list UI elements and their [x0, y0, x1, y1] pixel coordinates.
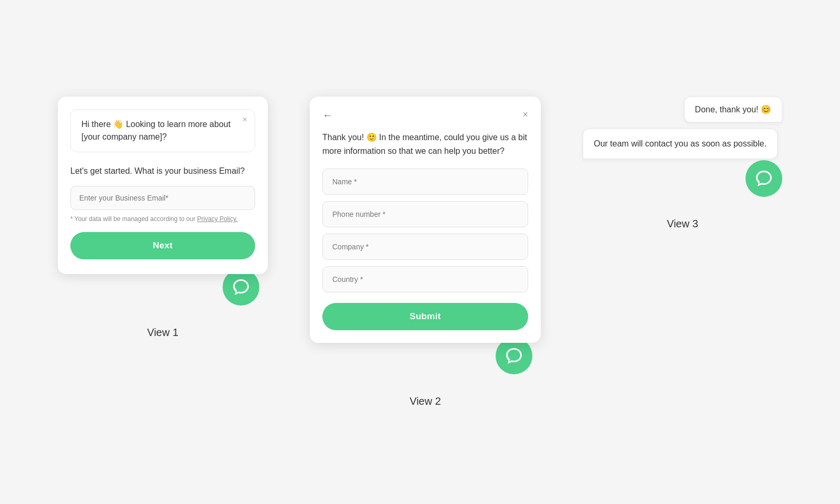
view2-wrapper: ← × Thank you! 🙂 In the meantime, could …: [310, 97, 541, 407]
next-button[interactable]: Next: [70, 232, 255, 259]
chat-icon-2: [505, 346, 523, 365]
country-input[interactable]: [322, 266, 528, 292]
view1-card: × Hi there 👋 Looking to learn more about…: [58, 97, 268, 274]
greeting-text: Hi there 👋 Looking to learn more about […: [81, 120, 230, 141]
view3-bubbles: Done, thank you! 😊 Our team will contact…: [583, 97, 782, 197]
submit-button[interactable]: Submit: [322, 303, 528, 330]
view1-wrapper: × Hi there 👋 Looking to learn more about…: [58, 97, 268, 339]
view3-wrapper: Done, thank you! 😊 Our team will contact…: [583, 97, 782, 230]
chat-icon-button-3[interactable]: [746, 160, 782, 197]
view2-card: ← × Thank you! 🙂 In the meantime, could …: [310, 97, 541, 342]
greeting-bubble: × Hi there 👋 Looking to learn more about…: [70, 109, 255, 152]
greeting-close-button[interactable]: ×: [243, 115, 247, 124]
view1-content: × Hi there 👋 Looking to learn more about…: [58, 97, 268, 306]
view3-label: View 3: [667, 218, 698, 230]
phone-input[interactable]: [322, 201, 528, 227]
company-input[interactable]: [322, 234, 528, 260]
name-input[interactable]: [322, 169, 528, 195]
email-section: Let's get started. What is your business…: [70, 163, 255, 261]
chat-icon-1: [232, 278, 250, 297]
privacy-text: * Your data will be managed according to…: [70, 215, 255, 223]
chat-icon-button-2[interactable]: [496, 338, 532, 374]
email-input[interactable]: [70, 186, 255, 210]
done-bubble: Done, thank you! 😊: [684, 97, 782, 122]
view1-label: View 1: [147, 327, 178, 339]
view2-header: ← ×: [322, 109, 528, 120]
thank-you-text: Thank you! 🙂 In the meantime, could you …: [322, 131, 528, 158]
privacy-policy-link[interactable]: Privacy Policy.: [197, 215, 238, 223]
view3-content: Done, thank you! 😊 Our team will contact…: [583, 97, 782, 197]
chat-icon-3: [754, 169, 773, 188]
view2-content: ← × Thank you! 🙂 In the meantime, could …: [310, 97, 541, 374]
view2-label: View 2: [410, 395, 441, 407]
contact-bubble: Our team will contact you as soon as pos…: [583, 129, 778, 159]
email-label: Let's get started. What is your business…: [70, 165, 255, 177]
view2-close-button[interactable]: ×: [522, 109, 528, 120]
back-button[interactable]: ←: [322, 110, 333, 120]
chat-icon-button-1[interactable]: [223, 269, 259, 306]
view3-icon-row: [583, 165, 782, 197]
views-container: × Hi there 👋 Looking to learn more about…: [0, 65, 840, 438]
form-fields: [322, 169, 528, 292]
